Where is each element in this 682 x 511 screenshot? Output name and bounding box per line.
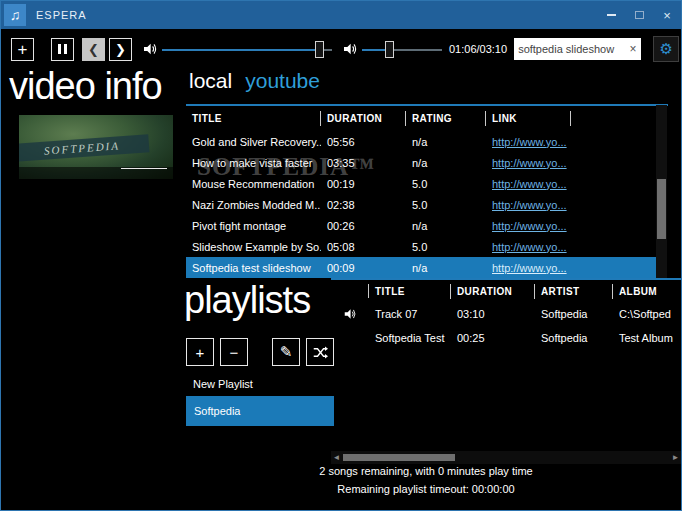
- pause-icon: [58, 44, 61, 54]
- table-row[interactable]: Gold and Silver Recovery... 05:56 n/a ht…: [186, 131, 656, 152]
- source-tabs: local youtube: [189, 69, 320, 93]
- cell-rating: 5.0: [406, 178, 486, 190]
- music-note-icon: ♫: [4, 4, 26, 26]
- column-header-artist[interactable]: ARTIST: [535, 284, 613, 299]
- thumbnail-line: [121, 168, 167, 169]
- shuffle-icon: [313, 346, 328, 359]
- volume-slider[interactable]: [162, 38, 332, 61]
- video-info-heading: video info: [9, 67, 162, 105]
- cell-link[interactable]: http://www.yo...: [486, 178, 571, 190]
- previous-button[interactable]: ❮: [82, 38, 105, 61]
- cell-title: Mouse Recommendation: [186, 178, 321, 190]
- playlist-item[interactable]: New Playlist: [193, 378, 253, 390]
- table-row[interactable]: Pivot fight montage 00:26 n/a http://www…: [186, 215, 656, 236]
- horizontal-scrollbar-thumb[interactable]: [343, 454, 455, 461]
- shuffle-playlist-button[interactable]: [306, 338, 334, 366]
- cell-rating: n/a: [406, 157, 486, 169]
- cell-duration: 00:09: [321, 262, 406, 274]
- seek-slider-thumb[interactable]: [385, 41, 394, 58]
- cell-title: Softpedia test slideshow: [186, 262, 321, 274]
- column-header-filler: [571, 111, 668, 126]
- songs-remaining-status: 2 songs remaining, with 0 minutes play t…: [186, 465, 666, 477]
- column-header-link[interactable]: LINK: [486, 111, 571, 126]
- seek-slider[interactable]: [362, 38, 442, 61]
- vertical-scrollbar[interactable]: [656, 105, 667, 278]
- now-playing-icon: [331, 307, 369, 321]
- tab-youtube[interactable]: youtube: [245, 69, 320, 93]
- vertical-scrollbar-thumb[interactable]: [657, 179, 666, 239]
- plus-icon: +: [196, 344, 205, 361]
- playlist-song-row[interactable]: Softpedia Test 00:25 Softpedia Test Albu…: [331, 326, 682, 350]
- tab-local[interactable]: local: [189, 69, 232, 93]
- column-header-rating[interactable]: RATING: [406, 111, 486, 126]
- cell-title: Gold and Silver Recovery...: [186, 136, 321, 148]
- edit-playlist-button[interactable]: ✎: [272, 338, 300, 366]
- table-header: TITLE DURATION ARTIST ALBUM: [331, 280, 682, 302]
- scroll-right-icon[interactable]: ►: [670, 451, 681, 464]
- column-header-title[interactable]: TITLE: [369, 284, 451, 299]
- time-display: 01:06/03:10: [449, 43, 507, 55]
- cell-duration: 03:10: [451, 308, 535, 320]
- column-header-playing: [331, 284, 369, 298]
- add-songs-button[interactable]: +: [11, 38, 34, 61]
- search-input[interactable]: [514, 43, 625, 55]
- next-button[interactable]: ❯: [109, 38, 132, 61]
- volume-icon[interactable]: [142, 41, 158, 57]
- scroll-left-icon[interactable]: ◄: [331, 451, 342, 464]
- cell-duration: 03:35: [321, 157, 406, 169]
- column-header-album[interactable]: ALBUM: [613, 284, 682, 299]
- edit-icon: ✎: [280, 343, 293, 361]
- cell-link[interactable]: http://www.yo...: [486, 199, 571, 211]
- playlist-song-row[interactable]: Track 07 03:10 Softpedia C:\Softped: [331, 302, 682, 326]
- table-row[interactable]: Slideshow Example by So... 05:08 5.0 htt…: [186, 236, 656, 257]
- table-row[interactable]: How to make vista faster 03:35 n/a http:…: [186, 152, 656, 173]
- next-icon: ❯: [115, 43, 126, 56]
- cell-title: How to make vista faster: [186, 157, 321, 169]
- window-controls: ×: [597, 1, 681, 29]
- toolbar: + ❮ ❯ 01:06/03:1: [1, 29, 681, 69]
- cell-title: Slideshow Example by So...: [186, 241, 321, 253]
- table-header: TITLE DURATION RATING LINK: [186, 106, 668, 131]
- thumbnail-watermark-text: SOFTPEDIA: [19, 134, 149, 161]
- volume-slider-thumb[interactable]: [315, 41, 324, 58]
- cell-duration: 00:19: [321, 178, 406, 190]
- youtube-results-table: TITLE DURATION RATING LINK Gold and Silv…: [186, 104, 668, 278]
- minimize-button[interactable]: [597, 1, 625, 29]
- app-window: ♫ ESPERA × + ❮ ❯: [0, 0, 682, 511]
- cell-link[interactable]: http://www.yo...: [486, 157, 571, 169]
- cell-link[interactable]: http://www.yo...: [486, 241, 571, 253]
- playlist-item-selected[interactable]: Softpedia: [186, 396, 334, 426]
- table-row[interactable]: Nazi Zombies Modded M... 02:38 5.0 http:…: [186, 194, 656, 215]
- minus-icon: −: [230, 344, 239, 361]
- titlebar[interactable]: ♫ ESPERA ×: [1, 1, 681, 29]
- close-button[interactable]: ×: [653, 1, 681, 29]
- mute-toggle-icon[interactable]: [342, 41, 358, 57]
- clear-search-icon[interactable]: ×: [625, 42, 641, 56]
- table-row-selected[interactable]: Softpedia test slideshow 00:09 n/a http:…: [186, 257, 656, 278]
- cell-duration: 00:26: [321, 220, 406, 232]
- table-row[interactable]: Mouse Recommendation 00:19 5.0 http://ww…: [186, 173, 656, 194]
- pause-button[interactable]: [51, 38, 74, 61]
- settings-button[interactable]: ⚙: [653, 36, 679, 62]
- cell-link[interactable]: http://www.yo...: [486, 136, 571, 148]
- search-box[interactable]: ×: [514, 38, 641, 60]
- column-header-duration[interactable]: DURATION: [451, 284, 535, 299]
- add-playlist-button[interactable]: +: [186, 338, 214, 366]
- playlists-heading: playlists: [184, 281, 310, 319]
- maximize-button[interactable]: [625, 1, 653, 29]
- horizontal-scrollbar[interactable]: ◄ ►: [331, 451, 681, 464]
- table-body: Gold and Silver Recovery... 05:56 n/a ht…: [186, 131, 656, 278]
- cell-title: Nazi Zombies Modded M...: [186, 199, 321, 211]
- cell-link[interactable]: http://www.yo...: [486, 262, 571, 274]
- cell-artist: Softpedia: [535, 308, 613, 320]
- cell-rating: n/a: [406, 262, 486, 274]
- cell-duration: 05:56: [321, 136, 406, 148]
- cell-rating: n/a: [406, 220, 486, 232]
- playlist-toolbar: + − ✎: [186, 338, 334, 366]
- column-header-title[interactable]: TITLE: [186, 111, 321, 126]
- column-header-duration[interactable]: DURATION: [321, 111, 406, 126]
- cell-album: C:\Softped: [613, 308, 682, 320]
- remove-playlist-button[interactable]: −: [220, 338, 248, 366]
- maximize-icon: [635, 11, 644, 19]
- cell-link[interactable]: http://www.yo...: [486, 220, 571, 232]
